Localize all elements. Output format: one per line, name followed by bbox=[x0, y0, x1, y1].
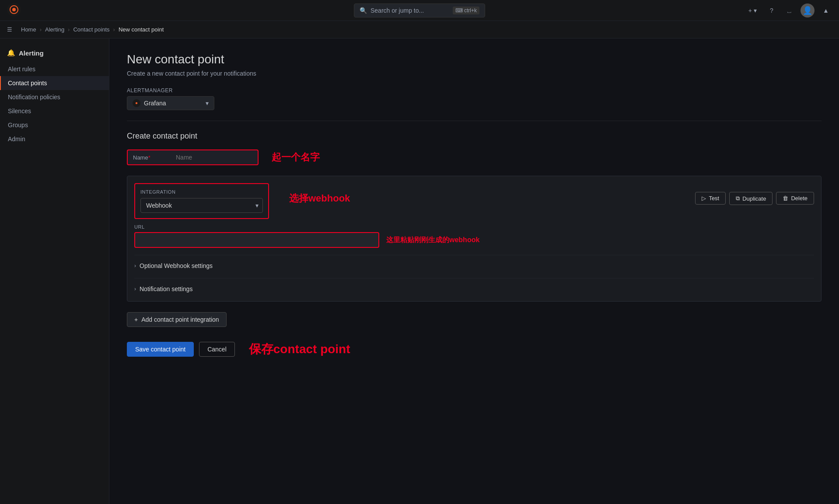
name-annotation: 起一个名字 bbox=[272, 151, 320, 164]
add-integration-button[interactable]: + Add contact point integration bbox=[127, 312, 227, 327]
notification-settings-section: › Notification settings bbox=[134, 278, 814, 294]
add-chevron-icon: ▾ bbox=[754, 7, 757, 14]
search-placeholder: Search or jump to... bbox=[371, 7, 449, 14]
sidebar: 🔔 Alerting Alert rules Contact points No… bbox=[0, 38, 109, 504]
integration-select[interactable]: Webhook Email Slack PagerDuty OpsGenie bbox=[140, 198, 263, 213]
breadcrumb-home[interactable]: Home bbox=[21, 26, 36, 33]
sidebar-item-notification-policies[interactable]: Notification policies bbox=[0, 90, 109, 104]
alertmanager-group: Alertmanager Grafana ▾ bbox=[127, 87, 822, 110]
search-icon: 🔍 bbox=[360, 7, 367, 14]
duplicate-icon: ⧉ bbox=[736, 195, 740, 202]
play-icon: ▷ bbox=[702, 195, 706, 202]
url-label: URL bbox=[134, 224, 814, 229]
breadcrumb-contact-points[interactable]: Contact points bbox=[73, 26, 109, 33]
optional-webhook-section: › Optional Webhook settings bbox=[134, 255, 814, 271]
alertmanager-chevron-icon: ▾ bbox=[206, 100, 209, 107]
bell-icon: 🔔 bbox=[7, 49, 15, 57]
main-layout: 🔔 Alerting Alert rules Contact points No… bbox=[0, 38, 839, 504]
integration-card: Integration Webhook Email Slack PagerDut… bbox=[127, 176, 822, 302]
sidebar-item-alert-rules[interactable]: Alert rules bbox=[0, 62, 109, 76]
sidebar-item-silences[interactable]: Silences bbox=[0, 104, 109, 118]
name-required-star: * bbox=[148, 154, 150, 161]
name-input-group: Name * bbox=[127, 149, 259, 165]
cancel-button[interactable]: Cancel bbox=[199, 342, 235, 357]
keyboard-icon: ⌨ bbox=[455, 7, 463, 14]
help-button[interactable]: ? bbox=[766, 4, 778, 17]
notification-settings-label: Notification settings bbox=[140, 285, 192, 292]
svg-point-1 bbox=[12, 8, 16, 11]
trash-icon: 🗑 bbox=[783, 195, 788, 202]
user-avatar[interactable]: 👤 bbox=[801, 3, 815, 17]
page-subtitle: Create a new contact point for your noti… bbox=[127, 70, 822, 77]
integration-annotation: 选择webhook bbox=[289, 192, 350, 205]
sidebar-section-title: 🔔 Alerting bbox=[0, 45, 109, 60]
integration-field-label: Integration bbox=[140, 189, 263, 195]
name-row: Name * 起一个名字 bbox=[127, 149, 822, 165]
chevron-up-icon: ▲ bbox=[823, 7, 829, 14]
search-bar[interactable]: 🔍 Search or jump to... ⌨ ctrl+k bbox=[354, 3, 485, 17]
url-annotation: 这里粘贴刚刚生成的webhook bbox=[386, 236, 479, 245]
integration-header-row: Integration Webhook Email Slack PagerDut… bbox=[134, 183, 814, 222]
breadcrumb-sep-1: › bbox=[40, 26, 42, 33]
topbar-right: + ▾ ? ⎵ 👤 ▲ bbox=[745, 3, 832, 17]
sidebar-item-groups[interactable]: Groups bbox=[0, 118, 109, 132]
page-title: New contact point bbox=[127, 52, 822, 66]
integration-select-container: Webhook Email Slack PagerDuty OpsGenie bbox=[140, 198, 263, 213]
save-annotation: 保存contact point bbox=[249, 341, 350, 358]
sidebar-item-admin[interactable]: Admin bbox=[0, 132, 109, 146]
rss-button[interactable]: ⎵ bbox=[783, 4, 795, 17]
url-field-wrapper: URL 这里粘贴刚刚生成的webhook bbox=[134, 224, 814, 248]
breadcrumb-sep-2: › bbox=[68, 26, 70, 33]
svg-point-3 bbox=[136, 102, 138, 104]
breadcrumb-sep-3: › bbox=[113, 26, 115, 33]
add-plus-icon: + bbox=[134, 316, 138, 323]
grafana-small-icon bbox=[133, 99, 140, 107]
duplicate-button[interactable]: ⧉ Duplicate bbox=[729, 192, 773, 205]
action-bar: Save contact point Cancel 保存contact poin… bbox=[127, 341, 822, 358]
save-contact-point-button[interactable]: Save contact point bbox=[127, 342, 194, 357]
section-divider bbox=[127, 121, 822, 121]
integration-actions: ▷ Test ⧉ Duplicate 🗑 Delete bbox=[695, 183, 814, 205]
name-label: Name * bbox=[127, 149, 171, 165]
search-shortcut: ⌨ ctrl+k bbox=[453, 7, 479, 14]
avatar-icon: 👤 bbox=[803, 6, 812, 15]
collapse-topbar[interactable]: ▲ bbox=[820, 4, 832, 17]
breadcrumb-current: New contact point bbox=[119, 26, 164, 33]
url-input[interactable] bbox=[134, 232, 379, 248]
alertmanager-select[interactable]: Grafana ▾ bbox=[127, 96, 214, 110]
url-row: 这里粘贴刚刚生成的webhook bbox=[134, 232, 814, 248]
name-input[interactable] bbox=[171, 149, 259, 165]
notification-settings-chevron-icon: › bbox=[134, 286, 136, 292]
test-button[interactable]: ▷ Test bbox=[695, 192, 726, 205]
notification-settings-toggle[interactable]: › Notification settings bbox=[134, 284, 814, 294]
add-menu[interactable]: + ▾ bbox=[745, 5, 760, 16]
breadcrumb-alerting[interactable]: Alerting bbox=[45, 26, 64, 33]
hamburger-menu[interactable]: ☰ bbox=[7, 26, 12, 33]
topbar: 🔍 Search or jump to... ⌨ ctrl+k + ▾ ? ⎵ … bbox=[0, 0, 839, 21]
integration-select-wrapper: Integration Webhook Email Slack PagerDut… bbox=[134, 183, 269, 219]
create-section-heading: Create contact point bbox=[127, 132, 822, 141]
main-content: New contact point Create a new contact p… bbox=[109, 38, 839, 504]
alertmanager-label: Alertmanager bbox=[127, 87, 822, 94]
grafana-logo[interactable] bbox=[7, 3, 21, 18]
sidebar-item-contact-points[interactable]: Contact points bbox=[0, 76, 109, 90]
breadcrumb-bar: ☰ Home › Alerting › Contact points › New… bbox=[0, 21, 839, 38]
rss-icon: ⎵ bbox=[787, 7, 791, 14]
question-icon: ? bbox=[770, 7, 773, 14]
optional-webhook-chevron-icon: › bbox=[134, 263, 136, 269]
delete-button[interactable]: 🗑 Delete bbox=[776, 192, 814, 205]
plus-icon: + bbox=[748, 7, 752, 14]
optional-webhook-toggle[interactable]: › Optional Webhook settings bbox=[134, 261, 814, 271]
alertmanager-value: Grafana bbox=[144, 100, 166, 107]
optional-webhook-label: Optional Webhook settings bbox=[140, 262, 213, 269]
